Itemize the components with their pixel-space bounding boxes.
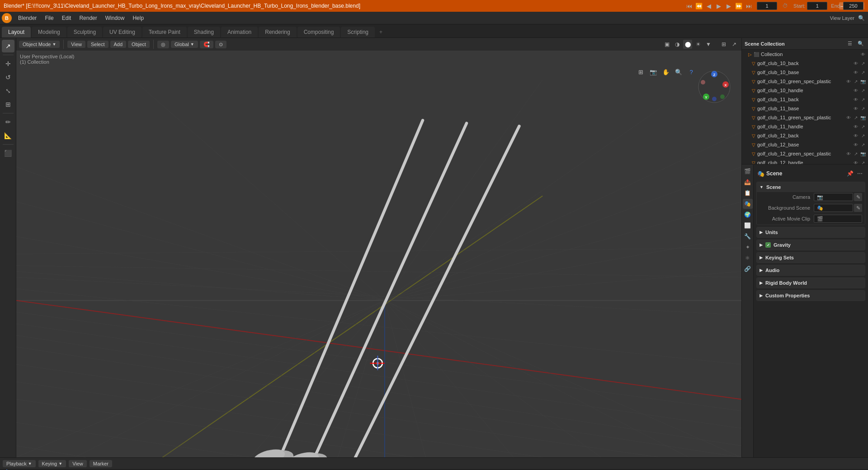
tab-add-button[interactable]: +: [376, 27, 386, 38]
tool-transform[interactable]: ⊞: [2, 98, 14, 111]
item-sel-3[interactable]: ↗: [860, 88, 866, 93]
view-pan-icon[interactable]: ✋: [661, 67, 671, 77]
prop-tab-constraints[interactable]: 🔗: [743, 264, 753, 274]
object-menu[interactable]: Object: [128, 41, 150, 48]
viewport-shading-wireframe[interactable]: ▣: [662, 40, 671, 49]
outliner-item-11[interactable]: ▽ golf_club_12_handle 👁 ↗: [742, 158, 868, 164]
view-zoom-icon[interactable]: 🔍: [674, 67, 684, 77]
gravity-checkbox[interactable]: ✓: [765, 242, 771, 248]
tool-select[interactable]: ↗: [2, 40, 14, 52]
prop-section-units-header[interactable]: ▶ Units: [757, 227, 865, 237]
item-vis-4[interactable]: 👁: [853, 97, 859, 102]
viewport-shading-material[interactable]: ⬤: [683, 40, 692, 49]
proportional-edit[interactable]: ⊙: [215, 41, 226, 48]
item-sel-5[interactable]: ↗: [860, 106, 866, 111]
tool-annotate[interactable]: ✏: [2, 116, 14, 128]
prop-section-gravity-header[interactable]: ▶ ✓ Gravity: [757, 240, 865, 250]
prop-pin-icon[interactable]: 📌: [845, 169, 854, 178]
viewport-shading-rendered[interactable]: ☀: [693, 40, 703, 49]
item-sel-8[interactable]: ↗: [860, 133, 866, 138]
transform-orientation[interactable]: Global ▼: [171, 41, 198, 48]
item-render-2[interactable]: 📷: [860, 79, 866, 84]
tl-btn-keying[interactable]: Keying ▼: [38, 460, 66, 467]
transform-pivot[interactable]: ◎: [157, 41, 169, 48]
item-sel-9[interactable]: ↗: [860, 142, 866, 147]
menu-help[interactable]: Help: [129, 14, 147, 23]
item-sel-11[interactable]: ↗: [860, 160, 866, 165]
prop-tab-output[interactable]: 📤: [743, 177, 753, 187]
item-vis-1[interactable]: 👁: [853, 70, 859, 75]
menu-file[interactable]: File: [41, 14, 57, 23]
tab-layout[interactable]: Layout: [2, 27, 31, 38]
viewport[interactable]: Object Mode ▼ View Select Add Object ◎ G…: [16, 38, 741, 457]
tool-move[interactable]: ✛: [2, 57, 14, 70]
tab-rendering[interactable]: Rendering: [259, 27, 296, 38]
prop-tab-physics[interactable]: ⚛: [743, 253, 753, 263]
view-menu[interactable]: View: [67, 41, 85, 48]
overlay-toggle[interactable]: ⊞: [719, 40, 728, 49]
outliner-item-8[interactable]: ▽ golf_club_12_back 👁 ↗: [742, 131, 868, 140]
tl-btn-playback[interactable]: Playback ▼: [3, 460, 36, 467]
prop-options-icon[interactable]: ⋯: [855, 169, 864, 178]
item-render-6[interactable]: 📷: [860, 115, 866, 120]
item-render-10[interactable]: 📷: [860, 151, 866, 156]
gizmo-toggle[interactable]: ↗: [730, 40, 739, 49]
prev-frame-btn[interactable]: ⏪: [694, 1, 703, 10]
outliner-item-2[interactable]: ▽ golf_club_10_green_spec_plastic 👁 ↗ 📷: [742, 77, 868, 86]
prop-tab-viewlayer[interactable]: 📋: [743, 188, 753, 198]
tab-animation[interactable]: Animation: [221, 27, 258, 38]
outliner-item-9[interactable]: ▽ golf_club_12_base 👁 ↗: [742, 140, 868, 149]
end-frame-input[interactable]: 250: [843, 2, 863, 10]
prop-tab-modifier[interactable]: 🔧: [743, 231, 753, 241]
item-sel-10[interactable]: ↗: [853, 151, 859, 156]
menu-window[interactable]: Window: [102, 14, 128, 23]
tool-rotate[interactable]: ↺: [2, 71, 14, 84]
camera-edit-btn[interactable]: ✎: [854, 193, 862, 201]
background-edit-btn[interactable]: ✎: [854, 204, 862, 212]
item-vis-5[interactable]: 👁: [853, 106, 859, 111]
prop-tab-object[interactable]: ⬜: [743, 221, 753, 230]
header-search[interactable]: 🔍: [856, 13, 866, 23]
outliner-item-6[interactable]: ▽ golf_club_11_green_spec_plastic 👁 ↗ 📷: [742, 113, 868, 122]
jump-end-btn[interactable]: ⏭: [744, 1, 753, 10]
tl-btn-view[interactable]: View: [69, 460, 87, 467]
view-camera-icon[interactable]: 📷: [648, 67, 658, 77]
prop-tab-scene[interactable]: 🎭: [743, 199, 753, 209]
add-menu[interactable]: Add: [110, 41, 127, 48]
item-sel-6[interactable]: ↗: [853, 115, 859, 120]
tab-modeling[interactable]: Modeling: [32, 27, 66, 38]
tab-texture-paint[interactable]: Texture Paint: [142, 27, 187, 38]
viewport-shading-options[interactable]: ▼: [704, 40, 713, 49]
play-btn[interactable]: ▶: [714, 1, 723, 10]
item-vis-3[interactable]: 👁: [853, 88, 859, 93]
prop-section-audio-header[interactable]: ▶ Audio: [757, 265, 865, 275]
prop-tab-world[interactable]: 🌍: [743, 210, 753, 220]
menu-edit[interactable]: Edit: [58, 14, 75, 23]
outliner-item-10[interactable]: ▽ golf_club_12_green_spec_plastic 👁 ↗ 📷: [742, 149, 868, 158]
item-sel-0[interactable]: ↗: [860, 61, 866, 66]
item-sel-2[interactable]: ↗: [853, 79, 859, 84]
view-perspective-icon[interactable]: ⊞: [636, 67, 646, 77]
item-sel-7[interactable]: ↗: [860, 124, 866, 129]
outliner-filter-icon[interactable]: ☰: [845, 39, 854, 48]
view-help-icon[interactable]: ?: [686, 67, 696, 77]
tab-shading[interactable]: Shading: [188, 27, 220, 38]
outliner-item-7[interactable]: ▽ golf_club_11_handle 👁 ↗: [742, 122, 868, 131]
prop-section-scene-header[interactable]: ▼ Scene: [757, 182, 865, 192]
item-vis-0[interactable]: 👁: [853, 61, 859, 66]
next-keyframe-btn[interactable]: ▶: [724, 1, 733, 10]
outliner-item-collection[interactable]: ▷ ⬛ Collection 👁: [742, 50, 868, 59]
start-frame-input[interactable]: 1: [807, 2, 827, 10]
item-vis-6[interactable]: 👁: [845, 115, 852, 120]
tab-sculpting[interactable]: Sculpting: [67, 27, 102, 38]
prop-tab-particles[interactable]: ✦: [743, 242, 753, 252]
item-vis-7[interactable]: 👁: [853, 124, 859, 129]
outliner-item-1[interactable]: ▽ golf_club_10_base 👁 ↗: [742, 68, 868, 77]
prop-section-custom-props-header[interactable]: ▶ Custom Properties: [757, 291, 865, 301]
background-scene-value[interactable]: 🎭: [814, 204, 853, 212]
outliner-item-3[interactable]: ▽ golf_club_10_handle 👁 ↗: [742, 86, 868, 95]
jump-start-btn[interactable]: ⏮: [684, 1, 693, 10]
item-vis-10[interactable]: 👁: [845, 151, 852, 156]
tl-btn-marker[interactable]: Marker: [90, 460, 112, 467]
item-sel-4[interactable]: ↗: [860, 97, 866, 102]
